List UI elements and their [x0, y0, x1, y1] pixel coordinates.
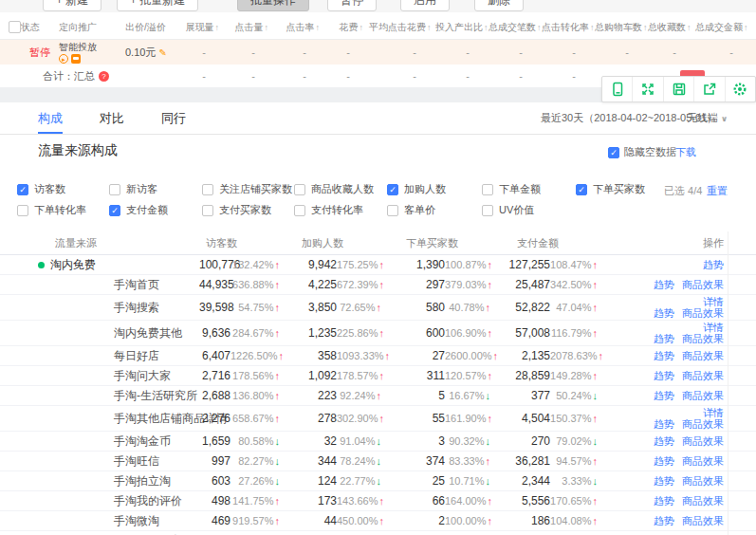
product-effect-link[interactable]: 商品效果 [682, 435, 724, 447]
metric-filter-r2-2[interactable]: ✓支付金额 [109, 203, 168, 217]
hide-empty-toggle[interactable]: ✓ 隐藏空数据 [608, 145, 676, 159]
metric-change: 10.71%↓ [445, 475, 490, 487]
ad-column-4[interactable]: 展现量↑ [173, 21, 225, 34]
detail-link[interactable]: 详情 [703, 407, 724, 418]
source-name-cell: 手淘首页 [38, 277, 199, 293]
metric-value: 52,822 [490, 301, 550, 314]
actions-cell: 趋势商品效果 [598, 350, 724, 361]
metric-value: 2,344 [490, 474, 550, 488]
metric-filter-r1-5[interactable]: ✓加购人数 [387, 182, 446, 196]
metric-value: 1,092 [280, 369, 337, 382]
product-effect-link[interactable]: 商品效果 [682, 418, 724, 430]
ad-column-8[interactable]: 平均点击花费↑ [369, 21, 435, 34]
ad-column-11[interactable]: 点击转化率↑ [542, 21, 595, 34]
empty-metric-value: - [225, 46, 274, 58]
sort-arrow-icon: ↑ [537, 23, 542, 32]
product-effect-link[interactable]: 商品效果 [682, 333, 724, 344]
checkbox-icon [202, 205, 213, 216]
product-effect-link[interactable]: 商品效果 [682, 515, 724, 526]
metric-filter-r2-3[interactable]: 支付买家数 [202, 203, 271, 217]
metric-filter-r2-5[interactable]: 客单价 [387, 203, 435, 217]
toolbar-button-1[interactable]: + 新建 [43, 0, 101, 11]
metric-change: 27.26%↓ [230, 475, 280, 487]
metric-value: 1,659 [199, 434, 230, 448]
reset-link[interactable]: 重置 [707, 184, 728, 198]
metric-change: 136.80%↑ [230, 390, 280, 401]
ad-column-5[interactable]: 点击量↑ [225, 21, 274, 34]
metric-filter-r1-3[interactable]: 关注店铺买家数 [202, 182, 292, 196]
product-effect-link[interactable]: 商品效果 [682, 350, 724, 361]
source-row: 淘内免费其他9,636284.67%↑1,235225.86%↑600106.9… [0, 321, 756, 346]
toolbar-button-2[interactable]: + 批量新建 [117, 0, 198, 11]
metric-value: 377 [490, 389, 550, 402]
detail-link[interactable]: 详情 [703, 296, 724, 307]
ad-column-13[interactable]: 总收藏数↑ [648, 21, 695, 34]
settings-gear-icon[interactable] [726, 77, 755, 101]
source-row: 手淘拍立淘60327.26%↓12422.77%↓2510.71%↓2,3443… [0, 471, 756, 491]
tab-composition[interactable]: 构成 [38, 102, 63, 134]
trend-link[interactable]: 趋势 [654, 418, 674, 430]
ad-column-7[interactable]: 花费↑ [325, 21, 369, 34]
ad-header-row: 状态定向推广出价/溢价展现量↑点击量↑点击率↑花费↑平均点击花费↑投入产出比↑总… [0, 15, 756, 40]
source-row: 每日好店6,4071226.50%↑3581093.33%↑272600.00%… [0, 346, 756, 366]
metric-filter-r1-4[interactable]: 商品收藏人数 [294, 182, 374, 196]
metric-change: 164.00%↑ [445, 495, 490, 507]
help-question-icon[interactable]: ? [99, 71, 109, 82]
metric-filter-r1-7[interactable]: ✓下单买家数 [576, 182, 645, 196]
trend-link[interactable]: 趋势 [654, 435, 674, 447]
product-effect-link[interactable]: 商品效果 [682, 495, 724, 507]
metric-filter-r2-4[interactable]: 支付转化率 [294, 203, 363, 217]
product-effect-link[interactable]: 商品效果 [682, 390, 724, 401]
trend-link[interactable]: 趋势 [654, 307, 674, 319]
product-effect-link[interactable]: 商品效果 [682, 279, 724, 290]
fullscreen-icon[interactable] [633, 77, 663, 101]
download-link[interactable]: 下载 [675, 145, 696, 159]
product-effect-link[interactable]: 商品效果 [682, 307, 724, 319]
trend-link[interactable]: 趋势 [654, 495, 674, 507]
metric-filter-r2-1[interactable]: 下单转化率 [17, 203, 86, 217]
metric-label: 支付转化率 [311, 203, 363, 217]
trend-link[interactable]: 趋势 [654, 455, 674, 467]
save-icon[interactable] [664, 77, 694, 101]
toolbar-button-3[interactable]: 批量操作 [237, 0, 309, 11]
metric-change: 161.90%↑ [445, 413, 490, 424]
edit-pencil-icon[interactable]: ✎ [158, 47, 166, 58]
ad-column-14[interactable]: 总成交金额↑ [695, 21, 752, 34]
metric-change: 302.90%↑ [337, 413, 381, 424]
product-effect-link[interactable]: 商品效果 [682, 475, 724, 487]
trend-link[interactable]: 趋势 [654, 515, 674, 526]
product-effect-link[interactable]: 商品效果 [682, 455, 724, 467]
ad-column-10[interactable]: 总成交笔数↑ [489, 21, 542, 34]
ad-column-6[interactable]: 点击率↑ [274, 21, 325, 34]
trend-link[interactable]: 趋势 [654, 333, 674, 344]
metric-value: 124 [280, 474, 337, 488]
metric-filter-r1-2[interactable]: 新访客 [109, 182, 157, 196]
ad-column-9[interactable]: 投入产出比↑ [435, 21, 489, 34]
detail-link[interactable]: 详情 [703, 322, 724, 333]
trend-link[interactable]: 趋势 [654, 475, 674, 487]
trend-link[interactable]: 趋势 [654, 350, 674, 361]
toolbar-button-4[interactable]: 暂停 [327, 0, 377, 11]
tab-compare[interactable]: 对比 [100, 102, 124, 134]
toolbar-button-6[interactable]: 删除 [474, 0, 524, 11]
toolbar-button-5[interactable]: 启用 [400, 0, 450, 11]
trend-link[interactable]: 趋势 [654, 370, 674, 381]
product-effect-link[interactable]: 商品效果 [682, 370, 724, 381]
metric-value: 2,276 [199, 412, 230, 425]
trend-link[interactable]: 趋势 [654, 390, 674, 401]
metric-filter-r2-6[interactable]: UV价值 [482, 203, 534, 217]
select-all-checkbox[interactable] [0, 21, 21, 33]
share-icon[interactable] [694, 77, 725, 101]
summary-empty-value: - [225, 70, 274, 82]
metric-filter-r1-1[interactable]: ✓访客数 [17, 182, 65, 196]
metric-filter-r1-6[interactable]: 下单金额 [482, 182, 541, 196]
trend-link[interactable]: 趋势 [654, 279, 674, 290]
tab-peers[interactable]: 同行 [161, 102, 186, 134]
metric-value: 278 [280, 412, 337, 425]
source-name: 手淘微淘 [114, 513, 159, 529]
mobile-preview-icon[interactable] [602, 77, 633, 101]
terminal-selector[interactable]: 无线端∨ [687, 102, 728, 134]
metric-value: 3 [381, 434, 445, 448]
trend-link[interactable]: 趋势 [703, 259, 724, 270]
ad-column-12[interactable]: 总购物车数↑ [595, 21, 648, 34]
